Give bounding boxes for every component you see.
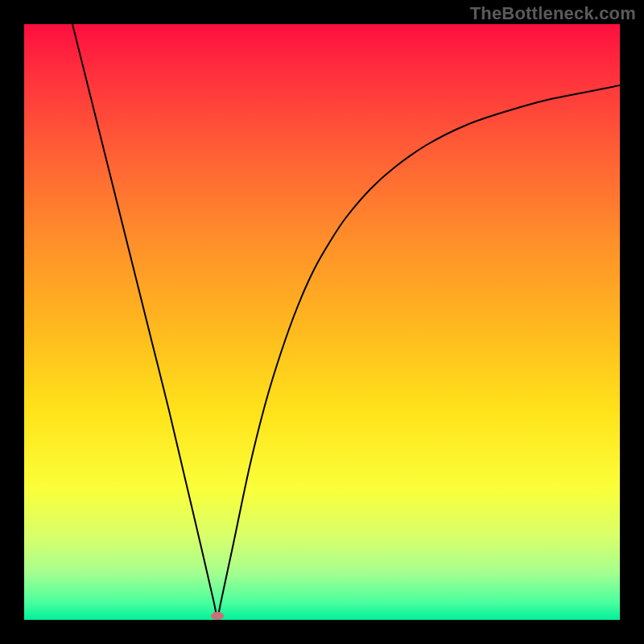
plot-svg: [24, 24, 620, 620]
watermark-text: TheBottleneck.com: [470, 3, 636, 24]
plot-area: [24, 24, 620, 620]
minimum-dot: [211, 612, 224, 620]
chart-frame: TheBottleneck.com: [0, 0, 644, 644]
bottleneck-curve: [72, 24, 620, 616]
